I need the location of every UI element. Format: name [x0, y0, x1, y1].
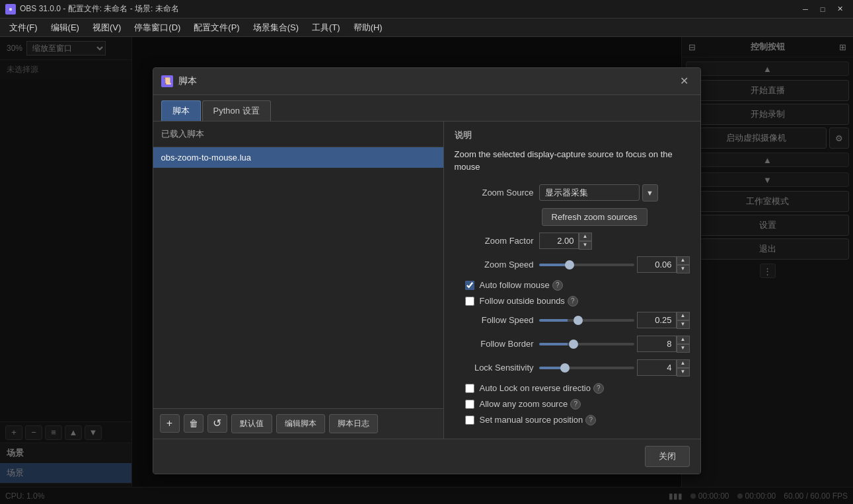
defaults-button[interactable]: 默认值	[231, 414, 272, 433]
auto-lock-reverse-row: Auto Lock on reverse directio ?	[455, 383, 690, 394]
script-log-button[interactable]: 脚本日志	[329, 414, 378, 433]
scripts-toolbar: + 🗑 ↺ 默认值 编辑脚本 脚本日志	[153, 408, 443, 439]
title-bar-controls: ─ □ ✕	[797, 3, 848, 15]
scripts-header: 已载入脚本	[153, 122, 443, 147]
lock-sensitivity-down[interactable]: ▼	[677, 368, 690, 377]
zoom-factor-arrows: ▲ ▼	[579, 233, 592, 250]
follow-speed-up[interactable]: ▲	[677, 312, 690, 320]
follow-border-row: Follow Border 8 ▲ ▼	[455, 336, 690, 353]
menu-scene-collection[interactable]: 场景集合(S)	[246, 19, 305, 36]
zoom-source-dropdown-arrow[interactable]: ▼	[642, 184, 658, 201]
menu-profile[interactable]: 配置文件(P)	[187, 19, 246, 36]
manual-source-position-checkbox[interactable]	[465, 415, 474, 425]
follow-outside-bounds-checkbox[interactable]	[465, 297, 474, 306]
auto-follow-mouse-help[interactable]: ?	[552, 280, 563, 291]
menu-dock[interactable]: 停靠窗口(D)	[128, 19, 187, 36]
dialog-title-bar: 📜 脚本 ✕	[153, 68, 700, 95]
title-bar: ● OBS 31.0.0 - 配置文件: 未命名 - 场景: 未命名 ─ □ ✕	[0, 0, 853, 18]
follow-border-up[interactable]: ▲	[677, 336, 690, 344]
lock-sensitivity-arrows: ▲ ▼	[677, 359, 690, 377]
edit-script-button[interactable]: 编辑脚本	[276, 414, 325, 433]
lock-sensitivity-input[interactable]: 4	[637, 359, 677, 376]
allow-any-zoom-source-label: Allow any zoom source ?	[480, 399, 581, 410]
menu-help[interactable]: 帮助(H)	[347, 19, 389, 36]
follow-speed-control: 0.25 ▲ ▼	[539, 312, 690, 329]
zoom-factor-row: Zoom Factor 2.00 ▲ ▼	[455, 233, 690, 250]
menu-tools[interactable]: 工具(T)	[305, 19, 347, 36]
auto-follow-mouse-label: Auto follow mouse ?	[480, 280, 563, 291]
lock-sensitivity-label: Lock Sensitivity	[455, 363, 534, 373]
zoom-source-dropdown-container: 显示器采集 ▼	[539, 184, 658, 201]
zoom-factor-down[interactable]: ▼	[579, 241, 592, 250]
follow-border-down[interactable]: ▼	[677, 344, 690, 353]
script-item-0[interactable]: obs-zoom-to-mouse.lua	[153, 147, 443, 168]
zoom-speed-down[interactable]: ▼	[677, 265, 690, 273]
app-icon: ●	[5, 4, 16, 15]
remove-script-button[interactable]: 🗑	[184, 414, 204, 433]
lock-sensitivity-up[interactable]: ▲	[677, 359, 690, 368]
auto-lock-reverse-checkbox[interactable]	[465, 384, 474, 393]
title-bar-text: OBS 31.0.0 - 配置文件: 未命名 - 场景: 未命名	[20, 3, 179, 15]
auto-lock-reverse-label: Auto Lock on reverse directio ?	[480, 383, 604, 394]
tab-scripts[interactable]: 脚本	[161, 100, 201, 121]
zoom-speed-control: 0.06 ▲ ▼	[539, 256, 690, 273]
minimize-button[interactable]: ─	[797, 3, 813, 15]
maximize-button[interactable]: □	[815, 3, 831, 15]
auto-follow-mouse-checkbox[interactable]	[465, 281, 474, 290]
lock-sensitivity-row: Lock Sensitivity 4 ▲ ▼	[455, 359, 690, 377]
lock-sensitivity-slider-container	[539, 367, 634, 369]
follow-speed-slider-container	[539, 319, 634, 322]
auto-follow-mouse-row: Auto follow mouse ?	[455, 280, 690, 291]
auto-lock-reverse-help[interactable]: ?	[593, 383, 604, 394]
refresh-script-button[interactable]: ↺	[207, 414, 227, 433]
tab-python-settings[interactable]: Python 设置	[202, 100, 271, 121]
dialog-body: 已载入脚本 obs-zoom-to-mouse.lua + 🗑 ↺ 默认值 编辑…	[153, 122, 700, 439]
refresh-zoom-row: Refresh zoom sources	[455, 208, 690, 226]
menu-file[interactable]: 文件(F)	[3, 19, 44, 36]
title-bar-left: ● OBS 31.0.0 - 配置文件: 未命名 - 场景: 未命名	[5, 3, 179, 15]
dialog-tabs: 脚本 Python 设置	[153, 95, 700, 122]
zoom-speed-slider[interactable]	[539, 264, 634, 266]
zoom-speed-input[interactable]: 0.06	[637, 256, 677, 273]
follow-border-slider[interactable]	[539, 343, 634, 345]
settings-description: Zoom the selected display-capture source…	[455, 148, 690, 174]
follow-speed-row: Follow Speed 0.25 ▲ ▼	[455, 312, 690, 329]
follow-border-control: 8 ▲ ▼	[539, 336, 690, 353]
manual-source-position-help[interactable]: ?	[585, 415, 596, 425]
zoom-source-row: Zoom Source 显示器采集 ▼	[455, 184, 690, 201]
dialog-close-button[interactable]: ✕	[677, 73, 692, 89]
refresh-zoom-button[interactable]: Refresh zoom sources	[542, 208, 648, 226]
follow-outside-bounds-help[interactable]: ?	[568, 296, 578, 306]
follow-border-spinbox: 8 ▲ ▼	[637, 336, 690, 353]
settings-panel: 说明 Zoom the selected display-capture sou…	[444, 122, 700, 439]
zoom-factor-input[interactable]: 2.00	[539, 233, 579, 249]
follow-border-input[interactable]: 8	[637, 336, 677, 352]
zoom-source-control: 显示器采集 ▼	[539, 184, 690, 201]
follow-outside-bounds-label: Follow outside bounds ?	[480, 296, 578, 306]
dialog-footer: 关闭	[153, 439, 700, 474]
allow-any-zoom-source-row: Allow any zoom source ?	[455, 399, 690, 410]
lock-sensitivity-spinbox: 4 ▲ ▼	[637, 359, 690, 377]
allow-any-zoom-source-checkbox[interactable]	[465, 400, 474, 409]
follow-speed-input[interactable]: 0.25	[637, 312, 677, 328]
add-script-button[interactable]: +	[160, 414, 180, 433]
menu-view[interactable]: 视图(V)	[86, 19, 128, 36]
follow-speed-label: Follow Speed	[455, 315, 534, 325]
lock-sensitivity-slider[interactable]	[539, 367, 634, 369]
app-close-button[interactable]: ✕	[832, 3, 848, 15]
dialog-overlay: 📜 脚本 ✕ 脚本 Python 设置 已载入脚本 obs-zoom-to-mo…	[0, 37, 853, 504]
follow-speed-slider[interactable]	[539, 319, 634, 322]
follow-speed-down[interactable]: ▼	[677, 320, 690, 329]
scripts-panel: 已载入脚本 obs-zoom-to-mouse.lua + 🗑 ↺ 默认值 编辑…	[153, 122, 444, 439]
follow-border-label: Follow Border	[455, 339, 534, 349]
menu-edit[interactable]: 编辑(E)	[44, 19, 86, 36]
zoom-speed-arrows: ▲ ▼	[677, 256, 690, 273]
zoom-speed-up[interactable]: ▲	[677, 256, 690, 265]
zoom-factor-up[interactable]: ▲	[579, 233, 592, 241]
zoom-factor-label: Zoom Factor	[455, 236, 534, 246]
follow-speed-arrows: ▲ ▼	[677, 312, 690, 329]
zoom-speed-spinbox: 0.06 ▲ ▼	[637, 256, 690, 273]
allow-any-zoom-source-help[interactable]: ?	[570, 399, 581, 410]
zoom-source-select[interactable]: 显示器采集	[539, 184, 640, 201]
close-button[interactable]: 关闭	[645, 446, 690, 467]
